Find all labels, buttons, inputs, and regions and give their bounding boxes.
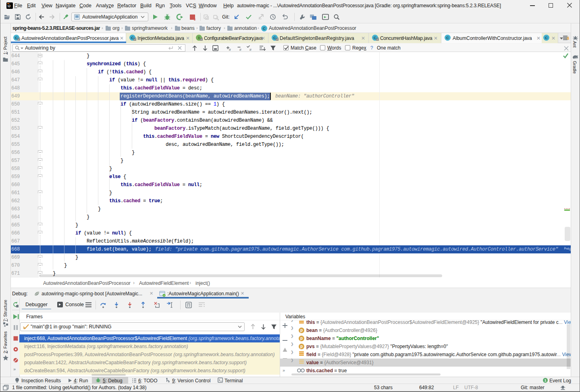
svg-text:II: II <box>229 48 231 52</box>
svg-text:II: II <box>239 48 241 52</box>
svg-text:II: II <box>249 48 252 52</box>
